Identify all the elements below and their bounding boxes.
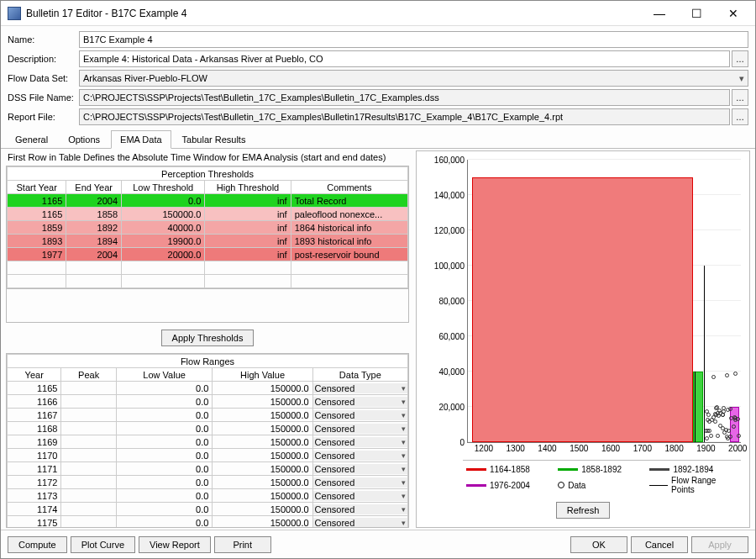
x-axis-tick: 2000 [728,442,747,453]
data-type-select[interactable]: Censored▾ [313,397,407,407]
flow-data-set-label: Flow Data Set: [8,73,79,83]
flow-header: High Value [213,368,312,382]
perception-row[interactable]: 116520040.0infTotal Record [8,194,408,208]
description-browse-button[interactable]: … [732,50,748,67]
flow-row[interactable]: 11700.0150000.0Censored▾ [8,449,408,462]
flow-ranges-table[interactable]: Flow Ranges YearPeakLow ValueHigh ValueD… [7,354,408,527]
apply-thresholds-button[interactable]: Apply Thresholds [161,330,255,346]
report-file-browse-button[interactable]: … [732,108,748,125]
ok-button[interactable]: OK [570,536,627,553]
legend-item: Flow Range Points [646,475,738,495]
flow-header: Data Type [312,368,407,382]
data-type-select[interactable]: Censored▾ [313,491,407,501]
flow-row[interactable]: 11750.0150000.0Censored▾ [8,516,408,528]
minimize-button[interactable]: — [641,2,678,25]
data-type-select[interactable]: Censored▾ [313,451,407,461]
perception-row[interactable]: 1859189240000.0inf1864 historical info [8,221,408,235]
legend-item: 1892-1894 [646,464,738,475]
maximize-button[interactable]: ☐ [678,2,715,25]
flow-row[interactable]: 11710.0150000.0Censored▾ [8,462,408,476]
print-button[interactable]: Print [214,536,271,553]
dss-file-browse-button[interactable]: … [732,89,748,106]
tab-options[interactable]: Options [59,130,109,149]
description-input[interactable]: Example 4: Historical Data - Arkansas Ri… [79,50,730,67]
data-type-select[interactable]: Censored▾ [313,477,407,488]
data-point [706,413,711,417]
cancel-button[interactable]: Cancel [631,536,688,553]
compute-button[interactable]: Compute [8,536,67,553]
legend-item: Data [554,475,646,495]
name-input[interactable]: B17C Example 4 [79,31,748,48]
data-type-select[interactable]: Censored▾ [313,424,407,434]
y-axis-tick: 20,000 [438,403,468,412]
perception-header: Low Threshold [122,181,205,194]
flow-range-point [695,372,696,442]
view-report-button[interactable]: View Report [139,536,211,553]
y-axis-tick: 100,000 [434,261,468,271]
flow-data-set-select[interactable]: Arkansas River-Pueblo-FLOW▾ [79,70,748,87]
chevron-down-icon: ▾ [402,425,406,433]
flow-row[interactable]: 11720.0150000.0Censored▾ [8,476,408,489]
chevron-down-icon: ▾ [402,451,406,460]
description-label: Description: [8,54,79,64]
chevron-down-icon: ▾ [402,478,406,487]
data-type-select[interactable]: Censored▾ [313,518,407,528]
y-axis-tick: 40,000 [438,367,468,377]
data-type-select[interactable]: Censored▾ [313,464,407,474]
y-axis-tick: 140,000 [434,191,468,200]
perception-row[interactable]: 11651858150000.0infpaleoflood nonexce... [8,208,408,221]
y-axis-tick: 0 [459,438,468,447]
apply-button[interactable]: Apply [691,536,748,553]
flow-ranges-caption: Flow Ranges [8,355,408,368]
flow-header: Peak [61,368,117,382]
flow-row[interactable]: 11680.0150000.0Censored▾ [8,422,408,435]
data-type-select[interactable]: Censored▾ [313,383,407,393]
chevron-down-icon: ▾ [402,465,406,473]
x-axis-tick: 1200 [475,442,493,453]
data-point [726,408,730,412]
perception-row[interactable]: 1893189419900.0inf1893 historical info [8,235,408,248]
x-axis-tick: 1800 [665,442,684,453]
tab-general[interactable]: General [6,130,57,149]
tab-ema-data[interactable]: EMA Data [111,130,171,149]
perception-thresholds-table[interactable]: Perception Thresholds Start YearEnd Year… [7,166,408,288]
flow-row[interactable]: 11650.0150000.0Censored▾ [8,382,408,395]
chevron-down-icon: ▾ [402,438,406,446]
chevron-down-icon: ▾ [402,411,406,419]
chevron-down-icon: ▾ [402,492,406,500]
x-axis-tick: 1900 [696,442,715,453]
flow-row[interactable]: 11670.0150000.0Censored▾ [8,409,408,422]
y-axis-tick: 120,000 [434,226,468,235]
perception-header: Comments [291,181,407,194]
data-point [727,429,731,433]
dss-file-input[interactable]: C:\PROJECTS\SSP\Projects\Test\Bulletin_1… [79,89,730,106]
chevron-down-icon: ▾ [402,384,406,393]
flow-header: Low Value [116,368,213,382]
app-icon [8,7,21,20]
perception-row[interactable]: 1977200420000.0infpost-reservoir bound [8,248,408,261]
data-type-select[interactable]: Censored▾ [313,410,407,420]
perception-header: End Year [66,181,122,194]
flow-row[interactable]: 11740.0150000.0Censored▾ [8,503,408,516]
data-point [705,436,709,440]
data-point [710,418,714,422]
refresh-chart-button[interactable]: Refresh [556,502,611,519]
chevron-down-icon: ▾ [402,505,406,514]
dss-file-label: DSS File Name: [8,92,79,103]
flow-row[interactable]: 11660.0150000.0Censored▾ [8,395,408,409]
plot-curve-button[interactable]: Plot Curve [71,536,135,553]
report-file-input[interactable]: C:\PROJECTS\SSP\Projects\Test\Bulletin_1… [79,108,730,125]
flow-range-point [704,266,705,442]
y-axis-tick: 60,000 [438,332,468,341]
legend-item: 1858-1892 [554,464,646,475]
data-type-select[interactable]: Censored▾ [313,437,407,447]
data-type-select[interactable]: Censored▾ [313,504,407,514]
data-point [711,375,716,379]
flow-row[interactable]: 11690.0150000.0Censored▾ [8,435,408,449]
chevron-down-icon: ▾ [739,72,744,84]
flow-row[interactable]: 11730.0150000.0Censored▾ [8,489,408,503]
name-label: Name: [8,34,79,45]
perception-caption: Perception Thresholds [8,167,408,181]
close-button[interactable]: ✕ [715,2,752,25]
tab-tabular-results[interactable]: Tabular Results [173,130,255,149]
